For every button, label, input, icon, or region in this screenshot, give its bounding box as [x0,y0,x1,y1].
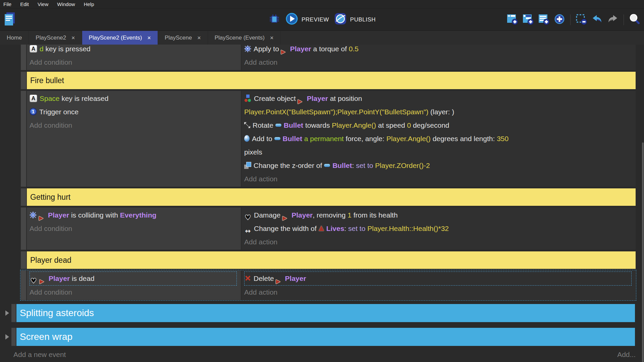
event-handle[interactable] [21,72,26,89]
condition[interactable]: Space key is released [30,92,239,105]
add-condition-button[interactable]: Add condition [30,56,239,69]
menu-help[interactable]: Help [84,1,94,7]
text-segment: is dead [70,275,95,282]
tab-playscene[interactable]: PlayScene × [158,31,208,45]
group-header[interactable]: Screen wrap [16,328,635,346]
condition[interactable]: Player is colliding with Everything [30,208,239,222]
event-handle[interactable] [11,304,16,322]
close-icon[interactable]: × [197,35,201,41]
heart-icon [244,211,252,219]
add-action-button[interactable]: Add action [244,56,634,69]
text-segment: is colliding with [69,211,120,219]
menu-edit[interactable]: Edit [20,1,29,7]
conditions-column[interactable]: Player is colliding with Everything Add … [27,207,241,250]
add-action-button[interactable]: Add action [244,286,634,299]
conditions-column[interactable]: Player is dead Add condition [27,270,241,300]
text-segment: Damage [254,211,282,219]
action[interactable]: Create object Player at positionPlayer.P… [244,92,634,119]
tab-playscene2-events[interactable]: PlayScene2 (Events) × [82,31,158,45]
event-handle[interactable] [21,91,26,187]
text-segment: a torque of [311,45,349,53]
add-action-button[interactable]: Add action [244,172,634,186]
events-sheet: d key is pressed Add condition Apply to … [0,45,644,362]
debug-icon[interactable] [268,13,280,26]
condition[interactable]: d key is pressed [30,45,239,56]
add-comment-icon[interactable] [538,13,550,26]
event-handle[interactable] [11,328,16,346]
add-subevent-icon[interactable] [522,13,534,26]
text-segment: Space [40,95,60,102]
event-handle[interactable] [21,251,26,269]
event-row-3: Player is colliding with Everything Add … [21,207,636,250]
undo-icon[interactable] [591,13,603,26]
add-condition-button[interactable]: Add condition [30,286,239,299]
redo-icon[interactable] [607,13,619,26]
conditions-column[interactable]: Space key is released Trigger once Add c… [27,91,241,187]
add-condition-button[interactable]: Add condition [30,119,239,132]
collapse-arrow-icon[interactable] [3,328,11,346]
text-segment: Player.PointX("BulletSpawn");Player.Poin… [244,108,428,116]
group-header[interactable]: Splitting asteroids [16,304,635,322]
text-segment: d [40,45,44,53]
action[interactable]: Change the width of Lives: set to Player… [244,222,634,235]
close-icon[interactable]: × [270,35,274,41]
close-icon[interactable]: × [147,35,151,41]
event-handle[interactable] [21,207,26,250]
text-segment: Player [291,211,313,219]
comment[interactable]: Getting hurt [27,188,636,206]
search-icon[interactable] [629,13,641,26]
event-row-4-selected: Player is dead Add condition Delete Play… [21,270,636,300]
add-more-button[interactable]: Add... [617,351,636,359]
add-event-icon[interactable] [506,13,518,26]
add-new-event-button[interactable]: Add a new event [13,351,66,359]
preview-button[interactable]: PREVIEW [285,12,329,27]
condition[interactable]: Player is dead [30,272,236,285]
conditions-column[interactable]: d key is pressed Add condition [27,45,241,70]
action[interactable]: Damage Player, removing 1 from its healt… [244,208,634,222]
text-segment: pixels [244,148,262,156]
menu-window[interactable]: Window [57,1,75,7]
tab-home[interactable]: Home [0,31,29,45]
player-object-icon [281,45,288,53]
force-icon [244,135,250,142]
actions-column[interactable]: Create object Player at positionPlayer.P… [241,91,636,187]
tab-playscene2[interactable]: PlayScene2 × [29,31,82,45]
action[interactable]: Change the z-order of Bullet: set to Pla… [244,159,634,172]
text-segment: Player [285,275,306,282]
actions-column[interactable]: Damage Player, removing 1 from its healt… [241,207,636,250]
text-segment: Player [48,211,69,219]
add-new-icon[interactable] [553,13,566,26]
actions-column[interactable]: Apply to Player a torque of 0.5 Add acti… [241,45,636,70]
event-handle[interactable] [21,45,26,70]
close-icon[interactable]: × [71,35,75,41]
text-segment: 350 [497,135,508,142]
add-condition-button[interactable]: Add condition [30,222,239,235]
heart-icon [30,274,37,282]
comment[interactable]: Fire bullet [27,72,636,89]
action[interactable]: Apply to Player a torque of 0.5 [244,45,634,56]
action[interactable]: Rotate Bullet towards Player.Angle() at … [244,119,634,132]
text-segment: key is pressed [44,45,91,53]
menu-file[interactable]: File [3,1,11,7]
action[interactable]: Add to Bullet a permanent force, angle: … [244,132,634,159]
vertical-scrollbar[interactable] [642,142,644,362]
physics-gear-icon [245,46,250,51]
add-action-button[interactable]: Add action [244,235,634,249]
comment[interactable]: Player dead [27,251,636,269]
bullet-object-icon [324,164,330,167]
delete-icon [245,275,251,282]
publish-button[interactable]: PUBLISH [334,12,376,27]
menu-view[interactable]: View [38,1,48,7]
action[interactable]: Delete Player [245,272,631,285]
collapse-arrow-icon[interactable] [3,304,11,322]
event-handle[interactable] [21,188,26,206]
create-object-icon [244,95,252,102]
condition[interactable]: Trigger once [30,105,239,119]
tab-playscene-events[interactable]: PlayScene (Events) × [208,31,281,45]
text-segment: key is released [60,95,109,102]
actions-column[interactable]: Delete Player Add action [241,270,636,300]
gdevelop-logo[interactable] [3,11,17,28]
text-segment: 1 [347,211,352,219]
event-handle[interactable] [21,270,26,300]
remove-selection-icon[interactable] [575,13,587,26]
